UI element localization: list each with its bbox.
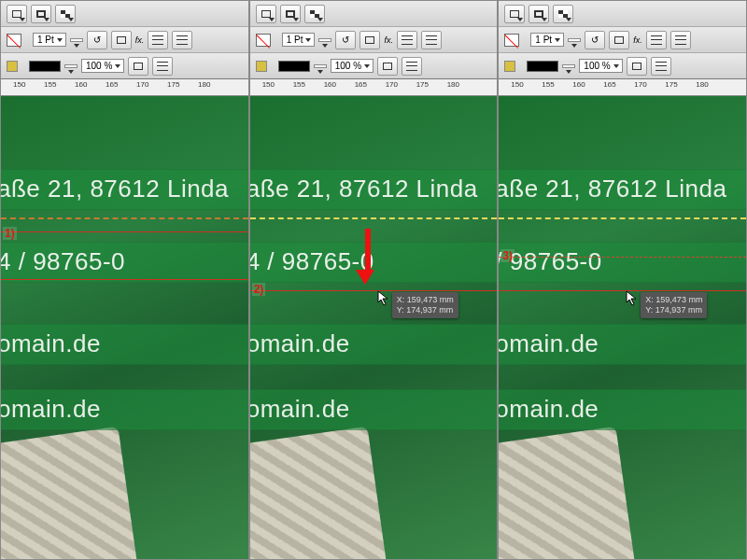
frame-fit-button[interactable] — [280, 5, 301, 23]
effects-button[interactable]: fx. — [135, 35, 145, 45]
effects-button[interactable]: fx. — [633, 35, 642, 45]
horizontal-ruler[interactable]: 150 155 160 165 170 175 180 — [250, 79, 498, 96]
tint-select[interactable] — [562, 64, 575, 68]
ruler-tick-label: 155 — [542, 80, 554, 89]
view-mode-button[interactable] — [504, 5, 525, 23]
guide-red-line[interactable] — [499, 290, 746, 291]
opacity-select[interactable]: 100 % — [579, 59, 622, 73]
ruler-tick-label: 180 — [696, 80, 708, 89]
drop-shadow-button[interactable] — [128, 57, 148, 76]
ruler-tick-label: 175 — [167, 80, 179, 89]
stroke-none-swatch[interactable] — [504, 34, 519, 47]
text-address: aße 21, 87612 Linda — [499, 175, 726, 203]
align-panel-button[interactable] — [402, 57, 422, 76]
ruler-tick-label: 160 — [324, 80, 336, 89]
toolbar-row-1 — [250, 1, 498, 27]
layout-button[interactable] — [553, 5, 573, 23]
corner-options-button[interactable] — [609, 31, 629, 49]
ruler-tick-label: 150 — [13, 80, 25, 89]
horizontal-ruler[interactable]: 150 155 160 165 170 175 180 — [499, 79, 746, 96]
guide-dashed-brown — [1, 217, 248, 219]
toolbar-row-3: 100 % — [250, 53, 498, 79]
swap-fill-stroke-button[interactable]: ↺ — [335, 31, 356, 49]
guide-dashed-red[interactable] — [499, 257, 746, 258]
layout-button[interactable] — [55, 5, 76, 23]
stroke-weight-select[interactable]: 1 Pt — [282, 33, 316, 47]
swap-fill-stroke-button[interactable]: ↺ — [87, 31, 107, 49]
color-swatch[interactable] — [29, 61, 61, 72]
coordinate-tooltip: X: 159,473 mm Y: 174,937 mm — [392, 292, 458, 318]
annotation-step-3: 3) — [500, 249, 514, 262]
panel-2: 1 Pt ↺ fx. 100 % 150 155 160 165 170 175… — [249, 0, 499, 560]
panel-3: 1 Pt ↺ fx. 100 % 150 155 160 165 170 175… — [498, 0, 747, 560]
color-swatch[interactable] — [527, 61, 558, 72]
text-phone: 4 / 98765-0 — [1, 247, 125, 276]
frame-fit-button[interactable] — [529, 5, 549, 23]
canvas-area[interactable]: aße 21, 87612 Linda / 98765-0 omain.de o… — [499, 96, 746, 560]
view-mode-button[interactable] — [256, 5, 276, 23]
frame-fit-button[interactable] — [31, 5, 51, 23]
corner-options-button[interactable] — [359, 31, 380, 49]
canvas-area[interactable]: aße 21, 87612 Linda 4 / 98765-0 omain.de… — [1, 96, 248, 560]
drop-shadow-button[interactable] — [377, 57, 398, 76]
tooltip-y: Y: 174,937 mm — [397, 305, 454, 315]
tint-select[interactable] — [64, 64, 78, 68]
text-domain-2: omain.de — [250, 395, 350, 424]
align-panel-button[interactable] — [152, 57, 173, 76]
layout-button[interactable] — [304, 5, 325, 23]
stroke-none-swatch[interactable] — [256, 34, 271, 47]
stroke-weight-select[interactable]: 1 Pt — [530, 33, 564, 47]
ruler-tick-label: 155 — [44, 80, 56, 89]
tooltip-y: Y: 174,937 mm — [645, 305, 702, 315]
text-wrap-button[interactable] — [421, 31, 442, 49]
fill-swatch[interactable] — [256, 61, 267, 72]
text-wrap-button[interactable] — [172, 31, 192, 49]
text-wrap-button[interactable] — [670, 31, 691, 49]
view-mode-button[interactable] — [7, 5, 27, 23]
text-domain-2: omain.de — [499, 395, 599, 424]
stroke-style-select[interactable] — [318, 38, 331, 42]
opacity-select[interactable]: 100 % — [81, 59, 124, 73]
pointer-cursor-icon — [626, 290, 639, 307]
panel-1: 1 Pt ↺ fx. 100 % 150 155 160 165 170 175… — [0, 0, 249, 560]
ruler-tick-label: 180 — [447, 80, 459, 89]
canvas-area[interactable]: aße 21, 87612 Linda 4 / 98765-0 omain.de… — [250, 96, 498, 560]
horizontal-ruler[interactable]: 150 155 160 165 170 175 180 — [1, 79, 248, 96]
stroke-style-select[interactable] — [70, 38, 83, 42]
drop-shadow-button[interactable] — [627, 57, 647, 76]
fill-swatch[interactable] — [504, 61, 515, 72]
ruler-tick-label: 180 — [198, 80, 210, 89]
toolbar-row-2: 1 Pt ↺ fx. — [1, 27, 248, 53]
guide-red-top[interactable] — [1, 231, 248, 232]
arrow-down-icon — [362, 229, 374, 285]
opacity-select[interactable]: 100 % — [331, 59, 374, 73]
tooltip-x: X: 159,473 mm — [397, 295, 454, 305]
fill-swatch[interactable] — [7, 61, 18, 72]
ruler-tick-label: 170 — [386, 80, 398, 89]
stroke-style-select[interactable] — [568, 38, 581, 42]
toolbar-row-1 — [1, 1, 248, 27]
text-domain-1: omain.de — [1, 329, 101, 358]
corner-options-button[interactable] — [111, 31, 132, 49]
paragraph-align-button[interactable] — [148, 31, 168, 49]
paragraph-align-button[interactable] — [646, 31, 667, 49]
align-panel-button[interactable] — [651, 57, 671, 76]
stroke-none-swatch[interactable] — [7, 34, 21, 47]
annotation-step-1: 1) — [3, 227, 17, 240]
pointer-cursor-icon — [377, 290, 390, 307]
color-swatch[interactable] — [278, 61, 310, 72]
guide-red-bottom[interactable] — [1, 279, 248, 280]
toolbar-row-3: 100 % — [1, 53, 248, 79]
guide-red-dragged[interactable] — [250, 290, 498, 291]
annotation-step-2: 2) — [252, 283, 266, 296]
effects-button[interactable]: fx. — [384, 35, 393, 45]
text-address: aße 21, 87612 Linda — [250, 175, 478, 203]
stroke-weight-select[interactable]: 1 Pt — [33, 33, 66, 47]
ruler-tick-label: 160 — [572, 80, 585, 89]
ruler-tick-label: 155 — [293, 80, 305, 89]
ruler-tick-label: 165 — [355, 80, 367, 89]
paragraph-align-button[interactable] — [397, 31, 417, 49]
tint-select[interactable] — [314, 64, 327, 68]
swap-fill-stroke-button[interactable]: ↺ — [585, 31, 605, 49]
ruler-tick-label: 170 — [634, 80, 646, 89]
